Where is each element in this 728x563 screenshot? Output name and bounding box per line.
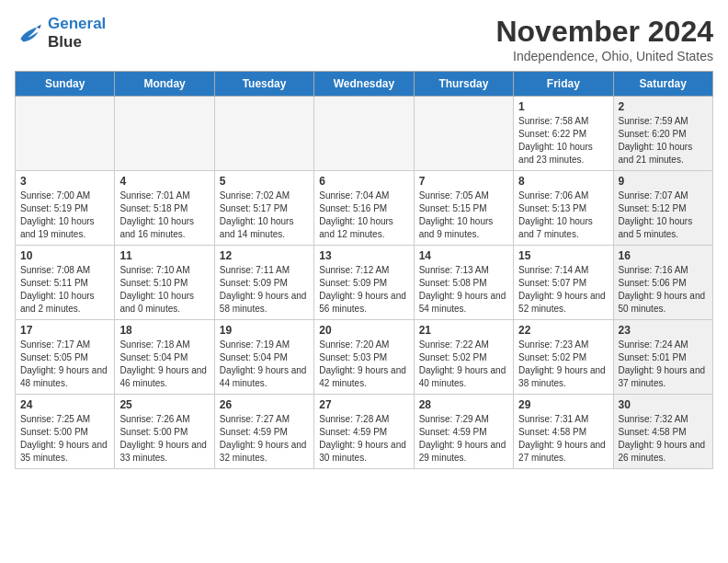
calendar-cell: 5Sunrise: 7:02 AM Sunset: 5:17 PM Daylig… [214, 171, 313, 246]
day-number: 7 [419, 175, 508, 188]
day-number: 8 [518, 175, 608, 188]
weekday-header-tuesday: Tuesday [214, 72, 313, 97]
header: General Blue November 2024 Independence,… [15, 15, 713, 63]
calendar-cell: 26Sunrise: 7:27 AM Sunset: 4:59 PM Dayli… [214, 395, 313, 469]
calendar-cell: 12Sunrise: 7:11 AM Sunset: 5:09 PM Dayli… [214, 246, 313, 320]
day-number: 15 [518, 249, 608, 262]
day-info: Sunrise: 7:20 AM Sunset: 5:03 PM Dayligh… [319, 339, 408, 390]
calendar-table: SundayMondayTuesdayWednesdayThursdayFrid… [15, 71, 713, 469]
logo-general: General [48, 15, 106, 33]
week-row-1: 1Sunrise: 7:58 AM Sunset: 6:22 PM Daylig… [16, 97, 713, 171]
calendar-cell: 21Sunrise: 7:22 AM Sunset: 5:02 PM Dayli… [414, 320, 513, 395]
day-number: 22 [518, 324, 608, 337]
title-area: November 2024 Independence, Ohio, United… [495, 15, 713, 63]
day-info: Sunrise: 7:58 AM Sunset: 6:22 PM Dayligh… [518, 115, 608, 167]
week-row-5: 24Sunrise: 7:25 AM Sunset: 5:00 PM Dayli… [16, 395, 713, 469]
day-number: 9 [619, 175, 708, 188]
day-info: Sunrise: 7:27 AM Sunset: 4:59 PM Dayligh… [220, 413, 309, 465]
calendar-cell: 6Sunrise: 7:04 AM Sunset: 5:16 PM Daylig… [314, 171, 414, 246]
day-info: Sunrise: 7:12 AM Sunset: 5:09 PM Dayligh… [319, 264, 408, 316]
calendar-cell: 23Sunrise: 7:24 AM Sunset: 5:01 PM Dayli… [613, 320, 712, 395]
calendar-cell: 29Sunrise: 7:31 AM Sunset: 4:58 PM Dayli… [514, 395, 613, 469]
calendar-cell: 11Sunrise: 7:10 AM Sunset: 5:10 PM Dayli… [115, 246, 214, 320]
day-info: Sunrise: 7:31 AM Sunset: 4:58 PM Dayligh… [518, 413, 608, 465]
day-number: 13 [319, 249, 408, 262]
weekday-header-sunday: Sunday [16, 72, 115, 97]
location: Independence, Ohio, United States [495, 49, 713, 63]
day-info: Sunrise: 7:18 AM Sunset: 5:04 PM Dayligh… [119, 339, 209, 390]
day-number: 14 [419, 249, 508, 262]
calendar-cell: 8Sunrise: 7:06 AM Sunset: 5:13 PM Daylig… [514, 171, 613, 246]
day-number: 20 [319, 324, 408, 337]
day-info: Sunrise: 7:11 AM Sunset: 5:09 PM Dayligh… [220, 264, 309, 316]
week-row-3: 10Sunrise: 7:08 AM Sunset: 5:11 PM Dayli… [16, 246, 713, 320]
calendar-cell: 20Sunrise: 7:20 AM Sunset: 5:03 PM Dayli… [314, 320, 414, 395]
day-info: Sunrise: 7:13 AM Sunset: 5:08 PM Dayligh… [419, 264, 508, 316]
day-info: Sunrise: 7:07 AM Sunset: 5:12 PM Dayligh… [619, 190, 708, 241]
calendar-cell [16, 97, 115, 171]
calendar-cell: 13Sunrise: 7:12 AM Sunset: 5:09 PM Dayli… [314, 246, 414, 320]
calendar-cell: 14Sunrise: 7:13 AM Sunset: 5:08 PM Dayli… [414, 246, 513, 320]
day-number: 2 [619, 100, 708, 113]
calendar-cell: 19Sunrise: 7:19 AM Sunset: 5:04 PM Dayli… [214, 320, 313, 395]
day-number: 10 [20, 249, 109, 262]
calendar-cell: 10Sunrise: 7:08 AM Sunset: 5:11 PM Dayli… [16, 246, 115, 320]
day-number: 24 [20, 398, 109, 411]
day-info: Sunrise: 7:23 AM Sunset: 5:02 PM Dayligh… [518, 339, 608, 390]
day-info: Sunrise: 7:14 AM Sunset: 5:07 PM Dayligh… [518, 264, 608, 316]
day-info: Sunrise: 7:28 AM Sunset: 4:59 PM Dayligh… [319, 413, 408, 465]
weekday-header-row: SundayMondayTuesdayWednesdayThursdayFrid… [16, 72, 713, 97]
day-info: Sunrise: 7:04 AM Sunset: 5:16 PM Dayligh… [319, 190, 408, 241]
day-number: 6 [319, 175, 408, 188]
calendar-cell: 24Sunrise: 7:25 AM Sunset: 5:00 PM Dayli… [16, 395, 115, 469]
weekday-header-monday: Monday [115, 72, 214, 97]
logo-blue: Blue [48, 33, 106, 52]
day-info: Sunrise: 7:29 AM Sunset: 4:59 PM Dayligh… [419, 413, 508, 465]
calendar-cell: 7Sunrise: 7:05 AM Sunset: 5:15 PM Daylig… [414, 171, 513, 246]
day-number: 18 [119, 324, 209, 337]
logo: General Blue [15, 15, 106, 51]
day-info: Sunrise: 7:08 AM Sunset: 5:11 PM Dayligh… [20, 264, 109, 316]
day-info: Sunrise: 7:59 AM Sunset: 6:20 PM Dayligh… [619, 115, 708, 167]
calendar-cell: 2Sunrise: 7:59 AM Sunset: 6:20 PM Daylig… [613, 97, 712, 171]
calendar-cell: 27Sunrise: 7:28 AM Sunset: 4:59 PM Dayli… [314, 395, 414, 469]
day-info: Sunrise: 7:24 AM Sunset: 5:01 PM Dayligh… [619, 339, 708, 390]
week-row-4: 17Sunrise: 7:17 AM Sunset: 5:05 PM Dayli… [16, 320, 713, 395]
day-info: Sunrise: 7:25 AM Sunset: 5:00 PM Dayligh… [20, 413, 109, 465]
day-info: Sunrise: 7:32 AM Sunset: 4:58 PM Dayligh… [619, 413, 708, 465]
day-number: 19 [220, 324, 309, 337]
day-number: 28 [419, 398, 508, 411]
calendar-cell: 9Sunrise: 7:07 AM Sunset: 5:12 PM Daylig… [613, 171, 712, 246]
calendar-cell [115, 97, 214, 171]
day-info: Sunrise: 7:10 AM Sunset: 5:10 PM Dayligh… [119, 264, 209, 316]
calendar-cell: 17Sunrise: 7:17 AM Sunset: 5:05 PM Dayli… [16, 320, 115, 395]
day-info: Sunrise: 7:19 AM Sunset: 5:04 PM Dayligh… [220, 339, 309, 390]
calendar-cell [214, 97, 313, 171]
calendar-cell: 1Sunrise: 7:58 AM Sunset: 6:22 PM Daylig… [514, 97, 613, 171]
day-number: 27 [319, 398, 408, 411]
day-number: 5 [220, 175, 309, 188]
calendar-cell: 18Sunrise: 7:18 AM Sunset: 5:04 PM Dayli… [115, 320, 214, 395]
weekday-header-friday: Friday [514, 72, 613, 97]
day-number: 1 [518, 100, 608, 113]
day-number: 16 [619, 249, 708, 262]
week-row-2: 3Sunrise: 7:00 AM Sunset: 5:19 PM Daylig… [16, 171, 713, 246]
calendar-cell: 22Sunrise: 7:23 AM Sunset: 5:02 PM Dayli… [514, 320, 613, 395]
month-title: November 2024 [495, 15, 713, 49]
day-number: 30 [619, 398, 708, 411]
day-info: Sunrise: 7:02 AM Sunset: 5:17 PM Dayligh… [220, 190, 309, 241]
calendar-cell: 3Sunrise: 7:00 AM Sunset: 5:19 PM Daylig… [16, 171, 115, 246]
calendar-cell: 16Sunrise: 7:16 AM Sunset: 5:06 PM Dayli… [613, 246, 712, 320]
day-number: 17 [20, 324, 109, 337]
calendar-cell: 15Sunrise: 7:14 AM Sunset: 5:07 PM Dayli… [514, 246, 613, 320]
calendar-cell [314, 97, 414, 171]
calendar-cell: 25Sunrise: 7:26 AM Sunset: 5:00 PM Dayli… [115, 395, 214, 469]
day-info: Sunrise: 7:26 AM Sunset: 5:00 PM Dayligh… [119, 413, 209, 465]
day-info: Sunrise: 7:16 AM Sunset: 5:06 PM Dayligh… [619, 264, 708, 316]
day-number: 11 [119, 249, 209, 262]
day-number: 26 [220, 398, 309, 411]
logo-icon [15, 18, 44, 48]
day-number: 29 [518, 398, 608, 411]
day-info: Sunrise: 7:06 AM Sunset: 5:13 PM Dayligh… [518, 190, 608, 241]
day-info: Sunrise: 7:01 AM Sunset: 5:18 PM Dayligh… [119, 190, 209, 241]
